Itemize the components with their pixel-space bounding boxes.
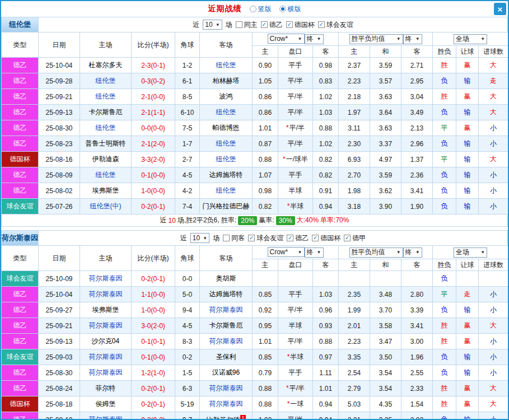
home-team-link[interactable]: 埃弗斯堡: [92, 186, 119, 194]
filter-checkbox[interactable]: ✓德乙: [287, 234, 309, 243]
avg-away-cell: 2.13: [401, 120, 433, 136]
filter-checkbox[interactable]: 同主: [236, 20, 258, 30]
odds-stage-select[interactable]: 终▼: [305, 248, 324, 258]
column-header: 主场: [80, 32, 132, 58]
corners-cell: 7-5: [175, 120, 200, 136]
scope-select[interactable]: 全场▼: [454, 248, 487, 258]
away-team-link[interactable]: 奥胡斯: [216, 274, 236, 282]
home-team-link[interactable]: 菲尔特: [96, 384, 116, 392]
result-handicap-cell: 赢: [456, 381, 479, 396]
result-handicap-cell: 输: [456, 136, 479, 152]
filter-checkbox[interactable]: ✓德国杯: [286, 20, 315, 30]
odds-stage-select[interactable]: 终▼: [305, 34, 324, 44]
favorite-star-icon: *: [287, 202, 290, 210]
away-team-link[interactable]: 汉诺威96: [212, 368, 240, 376]
avg-stage-select[interactable]: 终▼: [403, 248, 422, 258]
score-cell: 3-0(2-0): [132, 318, 175, 334]
avg-stage-select-value: 终: [405, 248, 412, 257]
home-team-link[interactable]: 卡尔斯鲁厄: [89, 108, 123, 116]
odds-company-select[interactable]: Crow*▼: [268, 34, 305, 44]
away-team-link[interactable]: 纽伦堡: [216, 108, 236, 116]
away-team-link[interactable]: 荷尔斯泰因: [209, 400, 243, 408]
home-team-link[interactable]: 纽伦堡: [96, 124, 116, 132]
home-team-link[interactable]: 荷尔斯泰因: [89, 416, 123, 420]
match-count-select[interactable]: 10▼: [190, 233, 209, 243]
league-cell: 德乙: [2, 167, 39, 183]
away-team-link[interactable]: 纽伦堡: [216, 139, 236, 147]
away-team-link[interactable]: 荷尔斯泰因: [209, 384, 243, 392]
result-goals-cell: 小: [479, 334, 508, 349]
result-goals-cell: 小: [479, 365, 508, 381]
away-cell: 荷尔斯泰因: [200, 381, 253, 396]
match-count-select[interactable]: 10▼: [203, 20, 222, 30]
home-team-link[interactable]: 普鲁士明斯特: [86, 139, 126, 147]
odds-away-cell: 0.91: [313, 183, 339, 199]
close-button[interactable]: ×: [494, 3, 506, 15]
away-team-link[interactable]: 达姆施塔特: [209, 171, 243, 179]
away-team-link[interactable]: 柏林赫塔: [213, 77, 240, 85]
home-team-link[interactable]: 杜塞尔多夫: [89, 61, 123, 69]
home-team-link[interactable]: 荷尔斯泰因: [89, 368, 123, 376]
corners-cell: 9-4: [175, 302, 200, 318]
score-cell: 0-1(0-0): [132, 167, 175, 183]
filter-checkbox[interactable]: ✓德国杯: [312, 234, 340, 243]
filter-checkbox[interactable]: ✓球会友谊: [248, 234, 283, 243]
home-team-link[interactable]: 荷尔斯泰因: [89, 321, 123, 329]
handicap-cell: 平/半: [278, 334, 313, 349]
odds-away-cell: 0.94: [313, 199, 339, 214]
home-team-link[interactable]: 纽伦堡(中): [90, 202, 122, 210]
avg-away-cell: 1.96: [401, 349, 433, 365]
match-row: 德乙25-09-21纽伦堡2-1(0-0)8-5波鸿0.86平/半1.022.1…: [2, 89, 508, 105]
odds-home-cell: 0.87: [253, 136, 278, 152]
column-header: 日期: [39, 246, 80, 271]
score-cell: 0-2(0-1): [132, 381, 175, 396]
home-team-link[interactable]: 纽伦堡: [96, 77, 116, 85]
home-team-link[interactable]: 荷尔斯泰因: [89, 290, 123, 298]
away-team-link[interactable]: 达姆施塔特: [209, 290, 243, 298]
home-team-link[interactable]: 荷尔斯泰因: [89, 274, 123, 282]
scope-select[interactable]: 全场▼: [454, 34, 487, 44]
away-team-link[interactable]: 圣保利: [216, 353, 236, 361]
matches-table: 类型日期主场比分(半场)角球客场Crow*▼终▼胜平负均值▼终▼全场▼主盘口客主…: [1, 32, 508, 214]
column-header: 比分(半场): [132, 246, 175, 271]
filter-checkbox[interactable]: 同客: [223, 234, 245, 243]
away-team-link[interactable]: 比勒菲尔德: [206, 416, 240, 420]
home-team-link[interactable]: 侯姆堡: [96, 400, 116, 408]
home-team-link[interactable]: 沙尔克04: [92, 337, 119, 345]
sub-column-header: 客: [313, 46, 339, 58]
away-cell: 纽伦堡: [200, 183, 253, 199]
home-team-link[interactable]: 荷尔斯泰因: [89, 353, 123, 361]
league-cell: 德乙: [2, 302, 39, 318]
filter-checkbox[interactable]: ✓球会友谊: [318, 20, 353, 30]
avg-draw-cell: 3.48: [370, 287, 401, 302]
filter-checkbox[interactable]: ✓德乙: [261, 20, 283, 30]
home-team-link[interactable]: 纽伦堡: [96, 171, 116, 179]
view-option-vertical[interactable]: 竖版: [250, 4, 272, 14]
home-team-link[interactable]: 伊勒迪森: [92, 155, 119, 163]
wdl-average-select[interactable]: 胜平负均值▼: [349, 248, 403, 258]
home-team-link[interactable]: 埃弗斯堡: [92, 306, 119, 314]
filter-checkbox[interactable]: ✓德甲: [344, 234, 366, 243]
handicap-cell: 平/半: [278, 73, 313, 89]
wdl-average-select[interactable]: 胜平负均值▼: [349, 34, 403, 44]
view-option-horizontal[interactable]: 横版: [279, 4, 301, 14]
avg-away-cell: 2.80: [401, 287, 433, 302]
away-team-link[interactable]: 荷尔斯泰因: [209, 337, 243, 345]
avg-stage-select[interactable]: 终▼: [403, 34, 422, 44]
away-team-link[interactable]: 卡尔斯鲁厄: [209, 321, 243, 329]
away-team-link[interactable]: 荷尔斯泰因: [209, 306, 243, 314]
away-team-link[interactable]: 纽伦堡: [216, 61, 236, 69]
away-team-link[interactable]: 纽伦堡: [216, 186, 236, 194]
score-cell: 0-2(0-1): [132, 396, 175, 412]
odds-home-cell: 0.92: [253, 302, 278, 318]
away-team-link[interactable]: 帕德博恩: [213, 124, 240, 132]
close-icon: ×: [498, 4, 503, 14]
odds-company-select[interactable]: Crow*▼: [268, 247, 305, 257]
avg-draw-cell: 3.70: [370, 302, 401, 318]
result-handicap-cell: 输: [456, 302, 479, 318]
sub-column-header: 盘口: [278, 259, 313, 271]
away-team-link[interactable]: 波鸿: [220, 92, 233, 100]
away-team-link[interactable]: 门兴格拉德巴赫: [203, 202, 250, 210]
away-team-link[interactable]: 纽伦堡: [216, 155, 236, 163]
home-team-link[interactable]: 纽伦堡: [96, 92, 116, 100]
